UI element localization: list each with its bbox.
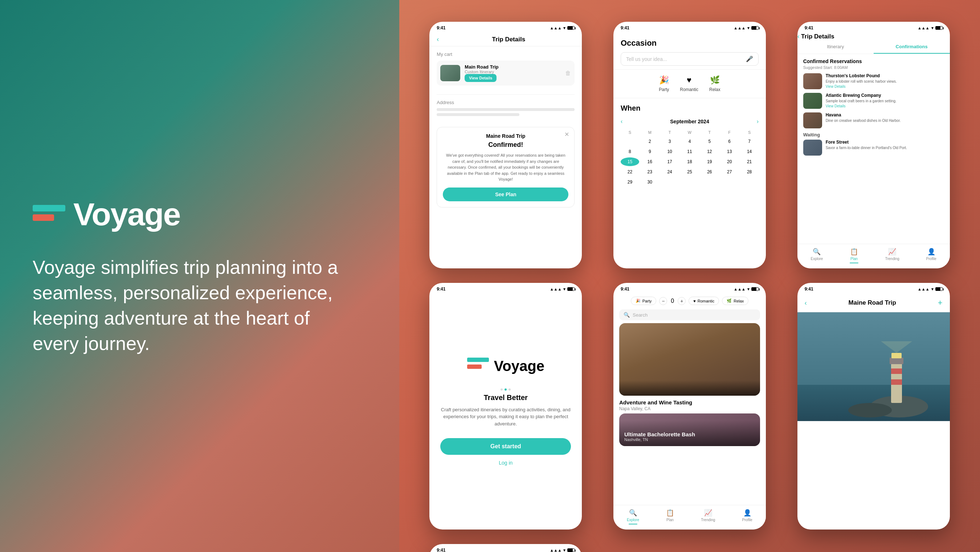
status-time-7: 9:41: [437, 548, 445, 552]
view-details-button[interactable]: View Details: [465, 74, 496, 82]
chip-relax-explore[interactable]: 🌿 Relax: [722, 297, 748, 305]
nav-plan-3[interactable]: 📋 Plan: [850, 248, 858, 263]
occasion-input[interactable]: Tell us your idea... 🎤: [620, 52, 759, 66]
nav-profile-5[interactable]: 👤 Profile: [742, 509, 752, 524]
tab-confirmations[interactable]: Confirmations: [873, 40, 950, 54]
cal-day-20[interactable]: 20: [720, 157, 739, 166]
right-panel: 9:41 ▲▲▲ ▾ ‹ Trip Details My cart Main R…: [399, 0, 980, 552]
logo-container: Voyage: [33, 196, 367, 233]
conf-desc-brewery: Sample local craft beers in a garden set…: [826, 98, 944, 103]
cal-day-5[interactable]: 5: [700, 137, 719, 146]
plan-icon-3: 📋: [850, 248, 858, 256]
nav-profile-3[interactable]: 👤 Profile: [926, 248, 936, 263]
count-plus[interactable]: +: [678, 297, 686, 305]
get-started-button[interactable]: Get started: [440, 438, 571, 455]
wifi-icon-5: ▾: [747, 287, 749, 292]
close-icon-1[interactable]: ✕: [565, 131, 569, 138]
battery-icon-7: [567, 548, 574, 552]
chip-relax[interactable]: 🌿 Relax: [709, 75, 721, 92]
nav-explore-3[interactable]: 🔍 Explore: [810, 248, 823, 263]
status-time-6: 9:41: [805, 287, 813, 292]
nav-plan-5[interactable]: 📋 Plan: [666, 509, 674, 524]
chip-romantic-explore[interactable]: ♥ Romantic: [689, 297, 719, 305]
svg-rect-7: [889, 358, 904, 364]
bach-card-sub: Nashville, TN: [624, 438, 755, 442]
cal-day-25[interactable]: 25: [681, 168, 699, 176]
status-right-5: ▲▲▲ ▾: [733, 287, 759, 292]
cal-day-2[interactable]: 2: [641, 137, 659, 146]
cal-day-29[interactable]: 29: [620, 178, 639, 186]
chip-romantic[interactable]: ♥ Romantic: [680, 75, 698, 92]
conf-item-brewery: Atlantic Brewing Company Sample local cr…: [803, 93, 944, 109]
cal-prev[interactable]: ‹: [620, 118, 622, 125]
back-arrow-3[interactable]: ‹: [797, 33, 800, 40]
profile-icon-3: 👤: [928, 248, 935, 256]
cal-day-7[interactable]: 7: [740, 137, 759, 146]
cal-day-19[interactable]: 19: [700, 157, 719, 166]
cal-day-11[interactable]: 11: [681, 147, 699, 156]
trash-icon[interactable]: 🗑: [565, 70, 571, 76]
cal-next[interactable]: ›: [757, 118, 759, 125]
mic-icon[interactable]: 🎤: [746, 56, 753, 62]
cal-day-23[interactable]: 23: [641, 168, 659, 176]
cal-day-4[interactable]: 4: [681, 137, 699, 146]
cart-section: My cart Main Road Trip Custom Itinerary …: [430, 46, 582, 94]
cal-day-3[interactable]: 3: [660, 137, 679, 146]
cal-day-6[interactable]: 6: [720, 137, 739, 146]
maine-add-button[interactable]: +: [938, 298, 943, 308]
cal-day-10[interactable]: 10: [660, 147, 679, 156]
cal-day-17[interactable]: 17: [660, 157, 679, 166]
cal-header-w: W: [681, 129, 699, 136]
cal-day-28[interactable]: 28: [740, 168, 759, 176]
status-right-7: ▲▲▲ ▾: [550, 548, 575, 552]
wifi-icon-7: ▾: [563, 548, 565, 552]
nav-explore-5[interactable]: 🔍 Explore: [627, 509, 639, 524]
status-time-1: 9:41: [437, 25, 445, 30]
conf-link-brewery[interactable]: View Details: [826, 104, 944, 108]
cal-day-30[interactable]: 30: [641, 178, 659, 186]
trending-icon-5: 📈: [704, 509, 712, 517]
cal-day-8[interactable]: 8: [620, 147, 639, 156]
status-bar-1: 9:41 ▲▲▲ ▾: [430, 22, 582, 33]
confirm-popup: ✕ Maine Road Trip Confirmed! We've got e…: [437, 127, 574, 208]
cal-header-m: M: [641, 129, 659, 136]
battery-icon-6: [935, 287, 943, 291]
explore-card-wine[interactable]: [619, 323, 760, 396]
cal-day-21[interactable]: 21: [740, 157, 759, 166]
login-link[interactable]: Log in: [499, 460, 512, 466]
status-bar-7: 9:41 ▲▲▲ ▾: [430, 544, 582, 552]
cal-day-9[interactable]: 9: [641, 147, 659, 156]
tab-itinerary[interactable]: Itinerary: [797, 40, 873, 54]
battery-icon-2: [751, 26, 759, 30]
cal-day-16[interactable]: 16: [641, 157, 659, 166]
nav-underline-3: [850, 263, 858, 263]
cal-day-12[interactable]: 12: [700, 147, 719, 156]
nav-label-plan-3: Plan: [850, 257, 858, 261]
party-chips-row: 🎉 Party − 0 + ♥ Romantic 🌿 Relax: [613, 294, 766, 308]
cal-day-13[interactable]: 13: [720, 147, 739, 156]
nav-trending-5[interactable]: 📈 Trending: [701, 509, 715, 524]
cal-day-27[interactable]: 27: [720, 168, 739, 176]
cal-day-14[interactable]: 14: [740, 147, 759, 156]
cal-day-22[interactable]: 22: [620, 168, 639, 176]
cal-day-26[interactable]: 26: [700, 168, 719, 176]
explore-card-bachelorette[interactable]: Ultimate Bachelorette Bash Nashville, TN: [619, 414, 760, 446]
nav-trending-3[interactable]: 📈 Trending: [885, 248, 899, 263]
battery-icon-3: [935, 26, 943, 30]
maine-back-arrow[interactable]: ‹: [805, 299, 807, 307]
profile-icon-5: 👤: [743, 509, 751, 517]
see-plan-button[interactable]: See Plan: [443, 187, 568, 201]
cal-day-24[interactable]: 24: [660, 168, 679, 176]
splash-logo-row: Voyage: [467, 358, 544, 374]
chip-party[interactable]: 🎉 Party: [659, 75, 669, 92]
splash-bar-top: [467, 358, 489, 362]
back-arrow-1[interactable]: ‹: [437, 35, 439, 43]
cal-day-15[interactable]: 15: [620, 157, 639, 166]
lighthouse-svg: [797, 312, 950, 421]
count-minus[interactable]: −: [659, 297, 667, 305]
search-bar-row[interactable]: 🔍 Search: [619, 309, 760, 320]
conf-link-lobster[interactable]: View Details: [826, 84, 944, 89]
svg-point-3: [848, 403, 892, 417]
chip-party-explore[interactable]: 🎉 Party: [631, 297, 657, 305]
cal-day-18[interactable]: 18: [681, 157, 699, 166]
